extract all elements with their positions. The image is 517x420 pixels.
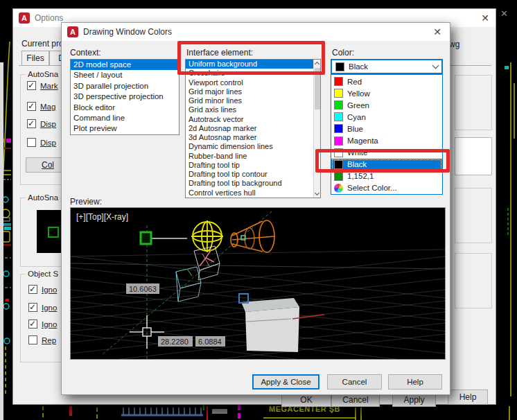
ignore-negative-checkbox-label: Igno — [42, 320, 57, 329]
ignore-negative-checkbox[interactable] — [28, 320, 37, 329]
autosnap-settings-group-label: AutoSna — [26, 70, 60, 78]
color-option-blue[interactable]: Blue — [331, 123, 442, 134]
marker-checkbox-row[interactable]: Mark — [27, 81, 58, 90]
color-option-select-color[interactable]: Select Color... — [331, 182, 442, 194]
context-item[interactable]: Plot preview — [71, 123, 179, 134]
context-item[interactable]: Block editor — [71, 103, 179, 113]
display-aperture-checkbox-row[interactable]: Disp — [27, 138, 56, 147]
dwc-titlebar[interactable]: A Drawing Window Colors — [62, 23, 450, 41]
chevron-down-icon[interactable] — [432, 62, 439, 69]
color-option-label: Select Color... — [347, 184, 397, 192]
replace-z-checkbox-row[interactable]: Rep — [28, 335, 56, 344]
context-item[interactable]: Sheet / layout — [71, 70, 179, 80]
interface-item[interactable]: Viewport control — [186, 78, 313, 87]
interface-element-listbox[interactable]: Uniform background Crosshairs Viewport c… — [185, 59, 321, 198]
replace-z-checkbox[interactable] — [28, 335, 37, 344]
scroll-down-icon[interactable] — [315, 191, 319, 195]
context-item[interactable]: 3D perspective projection — [71, 91, 179, 102]
color-option-label: Magenta — [347, 137, 378, 145]
ignore-hatch-checkbox-row[interactable]: Igno — [28, 285, 57, 294]
marker-checkbox-label: Mark — [40, 82, 58, 90]
context-item[interactable]: 3D parallel projection — [71, 81, 179, 91]
interface-item[interactable]: 2d Autosnap marker — [186, 124, 313, 133]
context-label: Context: — [70, 48, 101, 58]
replace-z-checkbox-label: Rep — [42, 336, 56, 344]
display-tooltip-checkbox[interactable] — [27, 119, 36, 128]
marker-checkbox[interactable] — [27, 81, 36, 90]
magnet-checkbox-label: Mag — [40, 103, 55, 111]
coord-y-value: 10.6063 — [129, 285, 157, 293]
interface-item[interactable]: 3d Autosnap marker — [186, 133, 313, 142]
options-help-button[interactable]: Help — [448, 390, 488, 405]
viewport-controls-label[interactable]: [+][Top][X-ray] — [76, 212, 128, 222]
interface-item[interactable]: Rubber-band line — [186, 152, 313, 161]
ok-button[interactable]: OK — [281, 393, 331, 407]
right-group-3 — [455, 253, 492, 308]
interface-item[interactable]: Grid minor lines — [186, 96, 313, 105]
preview-scene: 10.6063 28.2280 6.0884 [+][Top][X-ray] — [71, 208, 445, 359]
autocad-app-icon: A — [19, 12, 30, 24]
color-option-label: Blue — [347, 125, 363, 133]
autocad-screen: MEGACENTER ŞB ✕ A Options ✕ Current prof… — [0, 0, 517, 420]
display-aperture-checkbox[interactable] — [27, 138, 36, 147]
highlight-interface-element — [177, 41, 325, 75]
dwc-help-button[interactable]: Help — [388, 374, 442, 390]
ignore-dimension-checkbox-label: Igno — [42, 304, 57, 312]
color-option-yellow[interactable]: Yellow — [331, 87, 442, 99]
object-snap-options-group-label: Object S — [26, 270, 60, 278]
cyan-swatch — [334, 112, 343, 121]
interface-item[interactable]: Drafting tool tip background — [186, 179, 313, 188]
interface-item[interactable]: Drafting tool tip — [186, 161, 313, 170]
apply-close-button[interactable]: Apply & Close — [252, 374, 319, 390]
color-option-label: Green — [347, 101, 369, 110]
ignore-dimension-checkbox[interactable] — [28, 303, 37, 312]
color-option-label: 1,152,1 — [347, 172, 374, 180]
magnet-checkbox-row[interactable]: Mag — [27, 102, 55, 111]
color-wheel-icon — [334, 184, 343, 193]
context-listbox[interactable]: 2D model space Sheet / layout 3D paralle… — [70, 59, 179, 135]
interface-list-scrollbar[interactable] — [313, 60, 320, 198]
autosnap-marker-glyph — [141, 232, 151, 244]
interface-item[interactable]: Drafting tool tip contour — [186, 170, 313, 179]
options-close-icon[interactable]: ✕ — [481, 12, 489, 24]
red-swatch — [334, 77, 343, 86]
dwc-cancel-button[interactable]: Cancel — [327, 374, 382, 390]
drawing-window-colors-dialog: A Drawing Window Colors ✕ Context: Inter… — [61, 22, 450, 395]
color-option-green[interactable]: Green — [331, 99, 442, 111]
context-item[interactable]: Command line — [71, 113, 179, 123]
options-cancel-button[interactable]: Cancel — [331, 393, 380, 407]
interface-item[interactable]: Grid major lines — [186, 87, 313, 96]
ignore-negative-checkbox-row[interactable]: Igno — [28, 320, 57, 329]
color-combobox[interactable]: Black — [331, 59, 443, 74]
color-option-label: Cyan — [347, 113, 366, 121]
apply-button[interactable]: Apply — [392, 393, 436, 407]
green-swatch — [334, 100, 343, 110]
dwc-close-icon[interactable]: ✕ — [433, 26, 441, 37]
color-option-cyan[interactable]: Cyan — [331, 111, 442, 123]
current-drawing-label: wg — [449, 40, 459, 49]
interface-item[interactable]: Control vertices hull — [186, 189, 313, 198]
window-chevron-icon: ✕ — [500, 8, 508, 19]
ignore-hatch-checkbox[interactable] — [28, 285, 37, 294]
color-option-red[interactable]: Red — [331, 76, 442, 87]
interface-item[interactable]: Grid axis lines — [186, 105, 313, 114]
preview-label: Preview: — [70, 197, 102, 207]
autosnap-marker-preview — [37, 210, 62, 253]
display-tooltip-checkbox-row[interactable]: Disp — [27, 119, 56, 128]
right-group-2 — [455, 188, 492, 243]
color-dropdown-list[interactable]: Red Yellow Green Cyan Blue Magenta White… — [331, 74, 443, 195]
yellow-swatch — [334, 89, 343, 98]
options-title: Options — [35, 13, 63, 23]
tab-files[interactable]: Files — [21, 51, 49, 65]
interface-item[interactable]: Autotrack vector — [186, 115, 313, 124]
color-combo-value: Black — [349, 62, 429, 71]
display-tooltip-checkbox-label: Disp — [40, 120, 56, 128]
color-option-magenta[interactable]: Magenta — [331, 134, 442, 146]
color-label: Color: — [332, 48, 354, 58]
interface-item[interactable]: Dynamic dimension lines — [186, 142, 313, 151]
ignore-dimension-checkbox-row[interactable]: Igno — [28, 303, 57, 312]
context-item[interactable]: 2D model space — [71, 60, 179, 70]
magnet-checkbox[interactable] — [27, 102, 36, 111]
coord-z-value: 6.0884 — [198, 338, 222, 346]
preview-viewport: 10.6063 28.2280 6.0884 [+][Top][X-ray] — [70, 207, 446, 360]
